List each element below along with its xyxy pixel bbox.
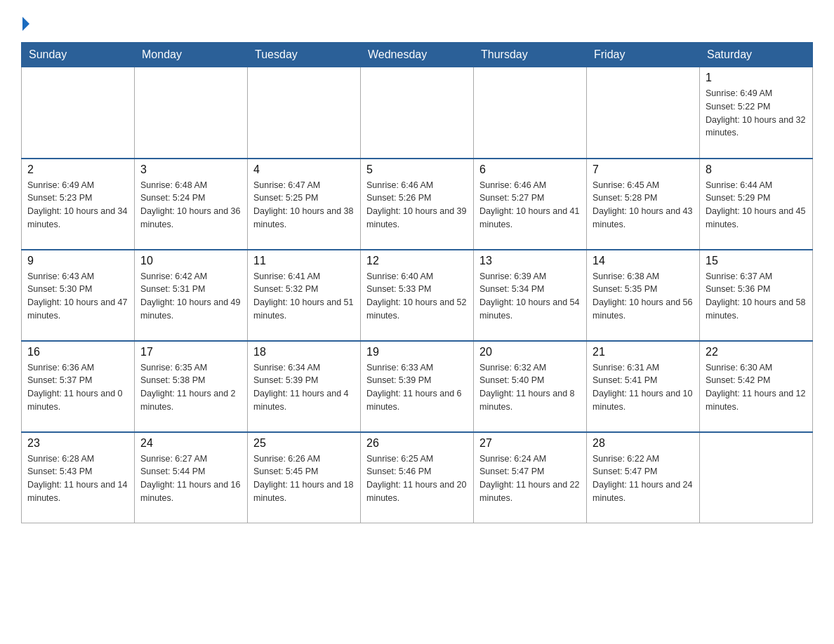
day-info: Sunrise: 6:45 AMSunset: 5:28 PMDaylight:…	[593, 179, 694, 232]
calendar-cell: 11Sunrise: 6:41 AMSunset: 5:32 PMDayligh…	[248, 250, 361, 341]
day-number: 3	[140, 163, 241, 176]
day-info: Sunrise: 6:27 AMSunset: 5:44 PMDaylight:…	[140, 452, 241, 505]
logo	[21, 14, 32, 31]
calendar-week-row: 9Sunrise: 6:43 AMSunset: 5:30 PMDaylight…	[22, 250, 813, 341]
calendar-cell: 14Sunrise: 6:38 AMSunset: 5:35 PMDayligh…	[587, 250, 700, 341]
calendar-cell: 15Sunrise: 6:37 AMSunset: 5:36 PMDayligh…	[700, 250, 813, 341]
calendar-week-row: 1Sunrise: 6:49 AMSunset: 5:22 PMDaylight…	[22, 67, 813, 159]
logo-arrow-icon	[22, 17, 29, 31]
calendar-cell	[22, 67, 135, 159]
day-info: Sunrise: 6:31 AMSunset: 5:41 PMDaylight:…	[593, 361, 694, 414]
calendar-cell	[248, 67, 361, 159]
calendar-cell: 6Sunrise: 6:46 AMSunset: 5:27 PMDaylight…	[474, 159, 587, 250]
day-number: 10	[140, 255, 241, 267]
day-info: Sunrise: 6:38 AMSunset: 5:35 PMDaylight:…	[593, 270, 694, 323]
day-number: 19	[366, 346, 468, 358]
calendar-week-row: 16Sunrise: 6:36 AMSunset: 5:37 PMDayligh…	[22, 341, 813, 432]
calendar-cell: 24Sunrise: 6:27 AMSunset: 5:44 PMDayligh…	[135, 432, 248, 523]
day-number: 18	[253, 346, 355, 358]
day-number: 20	[479, 346, 581, 358]
day-number: 2	[27, 163, 128, 176]
day-info: Sunrise: 6:41 AMSunset: 5:32 PMDaylight:…	[253, 270, 355, 323]
calendar-cell: 13Sunrise: 6:39 AMSunset: 5:34 PMDayligh…	[474, 250, 587, 341]
calendar-cell: 19Sunrise: 6:33 AMSunset: 5:39 PMDayligh…	[361, 341, 474, 432]
calendar-cell: 5Sunrise: 6:46 AMSunset: 5:26 PMDaylight…	[361, 159, 474, 250]
day-number: 23	[27, 437, 128, 450]
day-info: Sunrise: 6:26 AMSunset: 5:45 PMDaylight:…	[253, 452, 355, 505]
day-info: Sunrise: 6:49 AMSunset: 5:22 PMDaylight:…	[706, 87, 807, 140]
calendar-header-row: SundayMondayTuesdayWednesdayThursdayFrid…	[22, 43, 813, 67]
calendar-cell: 10Sunrise: 6:42 AMSunset: 5:31 PMDayligh…	[135, 250, 248, 341]
calendar-cell: 4Sunrise: 6:47 AMSunset: 5:25 PMDaylight…	[248, 159, 361, 250]
day-number: 27	[479, 437, 581, 450]
day-info: Sunrise: 6:39 AMSunset: 5:34 PMDaylight:…	[479, 270, 581, 323]
day-number: 24	[140, 437, 241, 450]
calendar-cell	[587, 67, 700, 159]
day-info: Sunrise: 6:47 AMSunset: 5:25 PMDaylight:…	[253, 179, 355, 232]
day-number: 22	[706, 346, 807, 358]
day-number: 1	[706, 72, 807, 84]
calendar-cell: 20Sunrise: 6:32 AMSunset: 5:40 PMDayligh…	[474, 341, 587, 432]
day-number: 9	[27, 255, 128, 267]
day-number: 11	[253, 255, 355, 267]
calendar-cell: 25Sunrise: 6:26 AMSunset: 5:45 PMDayligh…	[248, 432, 361, 523]
calendar-cell: 18Sunrise: 6:34 AMSunset: 5:39 PMDayligh…	[248, 341, 361, 432]
day-info: Sunrise: 6:48 AMSunset: 5:24 PMDaylight:…	[140, 179, 241, 232]
weekday-header-wednesday: Wednesday	[361, 43, 474, 67]
day-info: Sunrise: 6:35 AMSunset: 5:38 PMDaylight:…	[140, 361, 241, 414]
calendar-cell: 21Sunrise: 6:31 AMSunset: 5:41 PMDayligh…	[587, 341, 700, 432]
day-info: Sunrise: 6:36 AMSunset: 5:37 PMDaylight:…	[27, 361, 128, 414]
day-number: 17	[140, 346, 241, 358]
calendar-cell: 7Sunrise: 6:45 AMSunset: 5:28 PMDaylight…	[587, 159, 700, 250]
day-info: Sunrise: 6:28 AMSunset: 5:43 PMDaylight:…	[27, 452, 128, 505]
calendar-cell: 9Sunrise: 6:43 AMSunset: 5:30 PMDaylight…	[22, 250, 135, 341]
calendar-cell: 12Sunrise: 6:40 AMSunset: 5:33 PMDayligh…	[361, 250, 474, 341]
calendar-cell: 26Sunrise: 6:25 AMSunset: 5:46 PMDayligh…	[361, 432, 474, 523]
calendar-cell: 1Sunrise: 6:49 AMSunset: 5:22 PMDaylight…	[700, 67, 813, 159]
day-number: 26	[366, 437, 468, 450]
day-number: 25	[253, 437, 355, 450]
calendar-cell: 23Sunrise: 6:28 AMSunset: 5:43 PMDayligh…	[22, 432, 135, 523]
day-info: Sunrise: 6:43 AMSunset: 5:30 PMDaylight:…	[27, 270, 128, 323]
calendar-cell	[700, 432, 813, 523]
day-info: Sunrise: 6:24 AMSunset: 5:47 PMDaylight:…	[479, 452, 581, 505]
day-info: Sunrise: 6:46 AMSunset: 5:26 PMDaylight:…	[366, 179, 468, 232]
day-number: 7	[593, 163, 694, 176]
day-info: Sunrise: 6:30 AMSunset: 5:42 PMDaylight:…	[706, 361, 807, 414]
weekday-header-thursday: Thursday	[474, 43, 587, 67]
day-number: 15	[706, 255, 807, 267]
weekday-header-saturday: Saturday	[700, 43, 813, 67]
day-number: 13	[479, 255, 581, 267]
day-info: Sunrise: 6:32 AMSunset: 5:40 PMDaylight:…	[479, 361, 581, 414]
day-info: Sunrise: 6:37 AMSunset: 5:36 PMDaylight:…	[706, 270, 807, 323]
day-number: 14	[593, 255, 694, 267]
weekday-header-friday: Friday	[587, 43, 700, 67]
day-number: 4	[253, 163, 355, 176]
calendar-cell: 8Sunrise: 6:44 AMSunset: 5:29 PMDaylight…	[700, 159, 813, 250]
day-number: 21	[593, 346, 694, 358]
calendar-week-row: 23Sunrise: 6:28 AMSunset: 5:43 PMDayligh…	[22, 432, 813, 523]
day-number: 5	[366, 163, 468, 176]
calendar-cell: 17Sunrise: 6:35 AMSunset: 5:38 PMDayligh…	[135, 341, 248, 432]
day-number: 6	[479, 163, 581, 176]
day-number: 8	[706, 163, 807, 176]
day-info: Sunrise: 6:25 AMSunset: 5:46 PMDaylight:…	[366, 452, 468, 505]
calendar-cell	[474, 67, 587, 159]
calendar-cell	[361, 67, 474, 159]
weekday-header-sunday: Sunday	[22, 43, 135, 67]
day-info: Sunrise: 6:46 AMSunset: 5:27 PMDaylight:…	[479, 179, 581, 232]
calendar-cell: 27Sunrise: 6:24 AMSunset: 5:47 PMDayligh…	[474, 432, 587, 523]
day-info: Sunrise: 6:22 AMSunset: 5:47 PMDaylight:…	[593, 452, 694, 505]
calendar-table: SundayMondayTuesdayWednesdayThursdayFrid…	[21, 42, 813, 523]
day-info: Sunrise: 6:40 AMSunset: 5:33 PMDaylight:…	[366, 270, 468, 323]
day-info: Sunrise: 6:42 AMSunset: 5:31 PMDaylight:…	[140, 270, 241, 323]
calendar-cell: 2Sunrise: 6:49 AMSunset: 5:23 PMDaylight…	[22, 159, 135, 250]
day-number: 12	[366, 255, 468, 267]
day-info: Sunrise: 6:49 AMSunset: 5:23 PMDaylight:…	[27, 179, 128, 232]
day-info: Sunrise: 6:34 AMSunset: 5:39 PMDaylight:…	[253, 361, 355, 414]
day-number: 16	[27, 346, 128, 358]
day-info: Sunrise: 6:33 AMSunset: 5:39 PMDaylight:…	[366, 361, 468, 414]
calendar-week-row: 2Sunrise: 6:49 AMSunset: 5:23 PMDaylight…	[22, 159, 813, 250]
calendar-cell: 16Sunrise: 6:36 AMSunset: 5:37 PMDayligh…	[22, 341, 135, 432]
calendar-cell: 28Sunrise: 6:22 AMSunset: 5:47 PMDayligh…	[587, 432, 700, 523]
